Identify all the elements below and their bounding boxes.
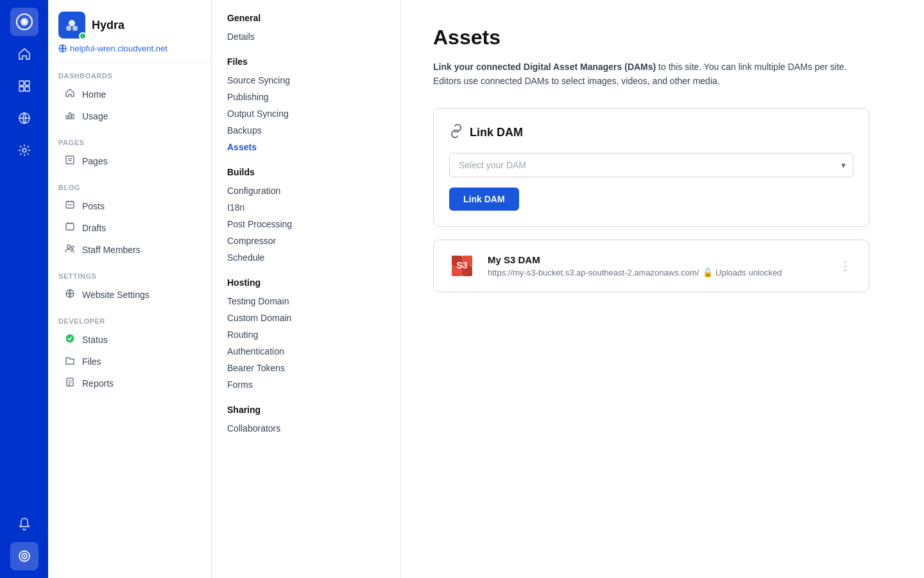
nav-post-processing[interactable]: Post Processing [227,216,400,232]
nav-backups[interactable]: Backups [227,122,400,139]
dam-select[interactable]: Select your DAM [449,153,853,177]
main-content: Assets Link your connected Digital Asset… [401,0,924,578]
nav-details[interactable]: Details [227,28,400,45]
builds-section-title: Builds [227,167,400,177]
svg-point-13 [66,26,71,31]
uploads-unlocked-badge: 🔓 Uploads unlocked [703,268,782,277]
bell-nav-icon[interactable] [10,510,38,538]
nav-collaborators[interactable]: Collaborators [227,420,400,437]
svg-point-8 [22,148,26,152]
dam-select-wrapper: Select your DAM ▾ [449,153,853,177]
page-description: Link your connected Digital Asset Manage… [433,60,869,89]
link-dam-header: Link DAM [449,124,853,141]
site-logo [58,12,85,39]
target-nav-icon[interactable] [10,542,38,570]
sidebar: Hydra helpful-wren.cloudvent.net Dashboa… [48,0,212,578]
dam-info: My S3 DAM https://my-s3-bucket.s3.ap-sou… [488,254,824,277]
home-icon [64,88,76,101]
link-dam-icon [449,124,463,141]
svg-rect-29 [67,378,73,386]
svg-point-25 [67,245,71,249]
description-bold: Link your connected Digital Asset Manage… [433,62,656,72]
settings-label: Settings [58,272,201,280]
svg-point-12 [69,20,75,26]
dashboards-label: Dashboards [58,72,201,80]
dam-entry: S3 My S3 DAM https://my-s3-bucket.s3.ap-… [433,240,869,292]
nav-bearer-tokens[interactable]: Bearer Tokens [227,360,400,376]
svg-rect-6 [25,87,30,91]
nav-configuration[interactable]: Configuration [227,182,400,199]
site-url-link[interactable]: helpful-wren.cloudvent.net [58,44,201,53]
home-nav-icon[interactable] [10,40,38,68]
sidebar-item-files[interactable]: Files [58,351,201,372]
link-dam-card: Link DAM Select your DAM ▾ Link DAM [433,108,869,227]
svg-rect-4 [25,81,30,85]
nav-testing-domain[interactable]: Testing Domain [227,293,400,310]
sidebar-item-usage[interactable]: Usage [58,105,201,127]
sidebar-item-drafts[interactable]: Drafts [58,217,201,239]
svg-rect-24 [66,223,74,230]
hosting-section-title: Hosting [227,277,400,288]
pages-icon [64,155,76,168]
svg-point-2 [22,20,26,24]
nav-i18n[interactable]: I18n [227,199,400,216]
nav-publishing[interactable]: Publishing [227,89,400,105]
dam-url: https://my-s3-bucket.s3.ap-southeast-2.a… [488,268,824,277]
svg-rect-5 [19,87,24,91]
nav-source-syncing[interactable]: Source Syncing [227,72,400,89]
nav-panel: General Details Files Source Syncing Pub… [212,0,401,578]
posts-icon [64,200,76,213]
svg-point-26 [71,246,74,249]
nav-custom-domain[interactable]: Custom Domain [227,310,400,326]
sidebar-header: Hydra helpful-wren.cloudvent.net [48,0,211,63]
grid-nav-icon[interactable] [10,72,38,100]
dam-name: My S3 DAM [488,254,824,265]
files-icon [64,355,76,368]
general-section-title: General [227,13,400,23]
svg-text:S3: S3 [456,260,467,270]
sidebar-item-pages[interactable]: Pages [58,150,201,172]
nav-assets[interactable]: Assets [227,139,400,155]
staff-icon [64,243,76,256]
sidebar-item-reports[interactable]: Reports [58,372,201,394]
sidebar-item-website-settings[interactable]: Website Settings [58,284,201,306]
icon-rail [0,0,48,578]
sidebar-item-posts[interactable]: Posts [58,195,201,217]
pages-label: Pages [58,139,201,146]
link-dam-button[interactable]: Link DAM [449,188,519,211]
sharing-section-title: Sharing [227,405,400,415]
developer-label: Developer [58,317,201,325]
nav-routing[interactable]: Routing [227,326,400,343]
bar-chart-icon [64,110,76,123]
hydra-logo-icon[interactable] [10,8,38,36]
sidebar-section-pages: Pages Pages [48,130,211,175]
globe-nav-icon[interactable] [10,104,38,132]
dam-s3-icon: S3 [447,250,477,281]
nav-output-syncing[interactable]: Output Syncing [227,105,400,122]
nav-schedule[interactable]: Schedule [227,249,400,266]
site-name: Hydra [92,19,124,32]
svg-rect-16 [66,116,68,119]
status-icon [64,333,76,346]
sidebar-item-status[interactable]: Status [58,329,201,351]
page-title: Assets [433,26,892,49]
files-section-title: Files [227,57,400,67]
nav-compressor[interactable]: Compressor [227,232,400,249]
blog-label: Blog [58,184,201,191]
nav-authentication[interactable]: Authentication [227,343,400,360]
svg-rect-17 [69,113,71,119]
sidebar-section-blog: Blog Posts Drafts Staff Members [48,175,211,263]
drafts-icon [64,222,76,234]
dam-more-button[interactable]: ⋮ [834,256,856,276]
svg-rect-3 [19,81,24,85]
sidebar-item-home[interactable]: Home [58,83,201,105]
settings-nav-icon[interactable] [10,136,38,164]
site-brand: Hydra [58,12,201,39]
svg-rect-18 [72,114,74,119]
sidebar-item-staff[interactable]: Staff Members [58,239,201,261]
svg-rect-19 [66,156,74,164]
reports-icon [64,377,76,390]
nav-forms[interactable]: Forms [227,376,400,393]
sidebar-section-dashboards: Dashboards Home Usage [48,63,211,130]
svg-point-14 [73,26,78,31]
